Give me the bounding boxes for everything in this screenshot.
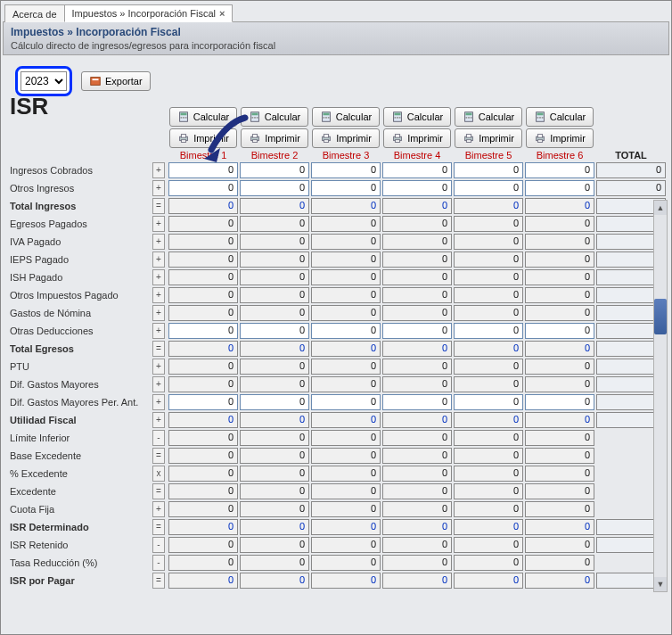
operator-cell: + (152, 287, 165, 303)
value-cell[interactable]: 0 (382, 162, 452, 178)
row-label: Utilidad Fiscal (10, 415, 151, 425)
export-button[interactable]: Exportar (81, 71, 151, 91)
value-cell[interactable]: 0 (168, 180, 238, 196)
value-cell[interactable]: 0 (168, 162, 238, 178)
print-button[interactable]: Imprimir (455, 128, 522, 148)
value-cell: 0 (454, 216, 523, 232)
calculate-button[interactable]: Calcular (383, 107, 451, 127)
calculate-button[interactable]: Calcular (241, 107, 308, 127)
print-label: Imprimir (336, 133, 372, 144)
svg-rect-35 (182, 140, 186, 143)
print-button[interactable]: Imprimir (312, 128, 380, 148)
value-cell: 0 (454, 359, 523, 375)
value-cell: 0 (311, 305, 381, 321)
value-cell[interactable]: 0 (525, 323, 594, 339)
value-cell[interactable]: 0 (525, 180, 594, 196)
row-label: Otros Impuestos Pagado (10, 290, 151, 301)
value-cell: 0 (311, 376, 381, 392)
value-cell[interactable]: 0 (454, 323, 523, 339)
value-cell: 0 (168, 216, 238, 232)
value-cell: 0 (454, 412, 523, 428)
calculator-icon (534, 111, 546, 123)
operator-cell: x (152, 466, 165, 482)
calculate-button[interactable]: Calcular (526, 107, 594, 127)
print-button[interactable]: Imprimir (241, 128, 308, 148)
scroll-thumb[interactable] (654, 299, 667, 334)
tab-module[interactable]: Impuestos » Incorporación Fiscal × (64, 4, 234, 22)
value-cell[interactable]: 0 (240, 394, 309, 410)
scroll-up-icon[interactable]: ▲ (654, 201, 667, 215)
row-label: Total Ingresos (10, 201, 151, 211)
value-cell[interactable]: 0 (382, 394, 452, 410)
close-icon[interactable]: × (219, 8, 225, 19)
value-cell: 0 (454, 537, 523, 553)
svg-rect-20 (394, 117, 396, 119)
value-cell: 0 (525, 216, 594, 232)
print-label: Imprimir (407, 133, 443, 144)
print-button[interactable]: Imprimir (383, 128, 451, 148)
row-label: Otras Deducciones (10, 326, 151, 336)
calculate-button[interactable]: Calcular (312, 107, 380, 127)
value-cell: 0 (168, 430, 238, 446)
value-cell: 0 (525, 269, 594, 285)
value-cell[interactable]: 0 (311, 394, 381, 410)
svg-rect-10 (251, 117, 253, 119)
value-cell: 0 (168, 305, 238, 321)
value-cell[interactable]: 0 (311, 162, 381, 178)
value-cell: 0 (454, 305, 523, 321)
svg-rect-43 (396, 135, 400, 138)
value-cell[interactable]: 0 (525, 162, 594, 178)
year-highlight: 2023 (15, 66, 72, 96)
year-select[interactable]: 2023 (20, 71, 67, 91)
value-cell[interactable]: 0 (454, 162, 523, 178)
value-cell[interactable]: 0 (454, 180, 523, 196)
calculate-button[interactable]: Calcular (169, 107, 237, 127)
export-icon (89, 75, 102, 87)
print-label: Imprimir (265, 133, 300, 144)
value-cell[interactable]: 0 (240, 323, 309, 339)
row-label: IVA Pagado (10, 236, 151, 247)
value-cell[interactable]: 0 (382, 180, 452, 196)
value-cell: 0 (382, 466, 452, 482)
value-cell: 0 (382, 287, 452, 303)
value-cell[interactable]: 0 (454, 394, 523, 410)
value-cell[interactable]: 0 (525, 394, 594, 410)
value-cell[interactable]: 0 (240, 180, 309, 196)
svg-rect-46 (467, 135, 471, 138)
row-label: ISR por Pagar (10, 575, 151, 586)
printer-icon (177, 132, 190, 144)
value-cell: 0 (311, 341, 381, 357)
value-cell[interactable]: 0 (168, 323, 238, 339)
tab-about[interactable]: Acerca de (4, 4, 65, 22)
row-label: ISR Retenido (10, 540, 151, 550)
svg-rect-40 (324, 135, 329, 138)
value-cell: 0 (525, 412, 594, 428)
operator-cell: + (152, 162, 165, 178)
calculate-button[interactable]: Calcular (455, 107, 522, 127)
calculate-label: Calcular (479, 111, 514, 122)
svg-rect-15 (323, 117, 324, 119)
print-button[interactable]: Imprimir (169, 128, 237, 148)
value-cell: 0 (525, 376, 594, 392)
value-cell: 0 (168, 252, 238, 268)
value-cell[interactable]: 0 (311, 323, 381, 339)
value-cell: 0 (382, 537, 452, 553)
value-cell[interactable]: 0 (311, 180, 381, 196)
svg-rect-30 (537, 117, 538, 119)
value-cell[interactable]: 0 (382, 323, 452, 339)
value-cell: 0 (454, 376, 523, 392)
row-label: Cuota Fija (10, 504, 151, 515)
svg-rect-31 (539, 117, 541, 119)
operator-cell: + (152, 323, 165, 339)
bimester-header: Bimestre 6 (525, 150, 594, 161)
value-cell[interactable]: 0 (240, 162, 309, 178)
value-cell[interactable]: 0 (168, 394, 238, 410)
value-cell: 0 (382, 448, 452, 464)
value-cell: 0 (311, 234, 381, 250)
value-cell: 0 (382, 198, 452, 214)
value-cell: 0 (382, 376, 452, 392)
scrollbar[interactable]: ▲ ▼ (653, 200, 668, 592)
operator-cell: + (152, 305, 165, 321)
scroll-down-icon[interactable]: ▼ (654, 577, 667, 591)
print-button[interactable]: Imprimir (526, 128, 594, 148)
